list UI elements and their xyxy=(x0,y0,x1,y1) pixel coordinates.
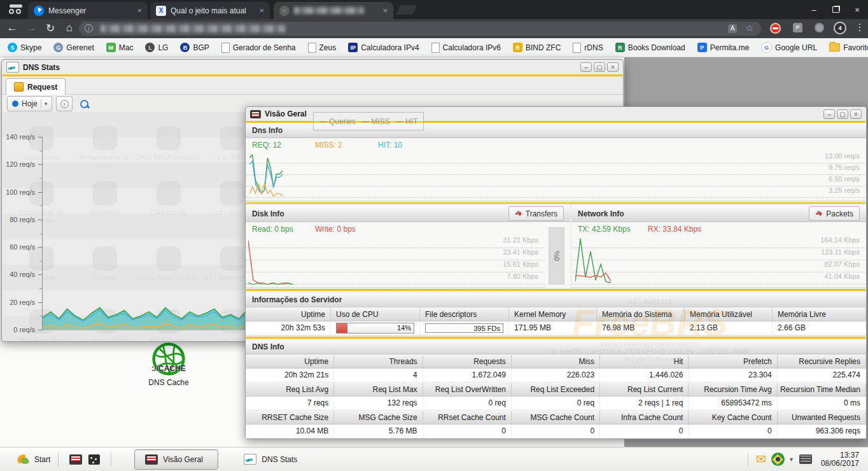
bookmark-bgp[interactable]: BBGP xyxy=(180,43,209,52)
bookmark-calculadora-ipv6[interactable]: Calculadora IPv6 xyxy=(431,43,501,53)
miss-stat: MISS: 2 xyxy=(315,141,378,150)
quicklaunch-app-icon[interactable] xyxy=(88,454,100,465)
counter-badge-icon[interactable]: 4 xyxy=(834,22,846,34)
pdf-extension-icon[interactable]: P xyxy=(793,23,802,32)
tab-close-icon[interactable]: × xyxy=(259,6,264,15)
quicklaunch-monitor-icon[interactable] xyxy=(69,454,82,465)
minimize-button[interactable]: – xyxy=(580,62,592,72)
bookmark-label: Calculadora IPv4 xyxy=(361,43,419,52)
dns-table-section-header: DNS Info xyxy=(246,340,866,355)
bookmark-gerador-de-senha[interactable]: Gerador de Senha xyxy=(221,43,296,53)
dns-table-cell: Miss xyxy=(512,355,600,368)
home-icon[interactable]: ⌂ xyxy=(62,22,76,34)
bookmark-gerenet[interactable]: GGerenet xyxy=(53,43,94,52)
taskbar: Start Visão Geral DNS Stats ✉ ▾ 13:37 08… xyxy=(0,447,868,471)
dns-table-cell: Uptime xyxy=(246,355,334,368)
bookmark-zeus[interactable]: Zeus xyxy=(308,43,337,53)
bookmark-calculadora-ipv4[interactable]: IPCalculadora IPv4 xyxy=(348,43,419,52)
dns-stats-tabbar: Request xyxy=(2,76,623,94)
app-desktop: ://CACHE DNS Cache DNS Stats – ▢ × Reque… xyxy=(0,57,868,447)
bookmark-rdns[interactable]: rDNS xyxy=(573,43,603,53)
monitor-window-icon xyxy=(250,110,261,118)
y-axis-label: 140 req/s xyxy=(2,133,35,141)
bookmark-label: BGP xyxy=(193,43,209,52)
dns-table-value-row: 20h 32m 21s41.672.049226.0231.446.02623.… xyxy=(246,369,866,383)
tray-caret-icon[interactable]: ▾ xyxy=(790,456,793,463)
adblock-icon[interactable] xyxy=(770,23,781,34)
dns-stats-titlebar[interactable]: DNS Stats – ▢ × xyxy=(2,60,623,74)
dns-info-table: UptimeThreadsRequestsMissHitPrefetchRecu… xyxy=(246,355,866,439)
dns-table-cell: Req List OverWritten xyxy=(423,383,512,396)
page-info-icon[interactable]: i xyxy=(85,24,93,32)
bookmark-label: Favoritos xyxy=(843,43,868,52)
bookmark-mac[interactable]: MMac xyxy=(106,43,134,52)
favicon: P xyxy=(697,43,707,52)
bookmark-lg[interactable]: LLG xyxy=(145,43,168,52)
clock: 13:37 08/06/2017 xyxy=(821,451,859,468)
chart-icon xyxy=(244,454,256,465)
bookmark-google-url[interactable]: GGoogle URL xyxy=(761,42,817,53)
task-label: DNS Stats xyxy=(262,455,297,464)
bookmark-star-icon[interactable]: ☆ xyxy=(745,23,753,33)
refresh-button[interactable]: › xyxy=(56,96,73,111)
mail-tray-icon[interactable]: ✉ xyxy=(756,452,766,467)
bookmark-label: BIND ZFC xyxy=(526,43,561,52)
file-descriptors-cell: 395 FDs xyxy=(420,321,509,335)
period-dropdown[interactable]: Hoje ▾ xyxy=(7,96,52,111)
dns-table-cell: Key Cache Count xyxy=(689,411,777,424)
dns-table-cell: 226.023 xyxy=(512,369,600,382)
browser-menu-icon[interactable]: ⋮ xyxy=(853,22,867,33)
bookmark-books-download[interactable]: BBooks Download xyxy=(615,43,685,52)
tab-messenger[interactable]: Messenger × xyxy=(28,2,148,19)
task-dns-stats[interactable]: DNS Stats xyxy=(234,449,307,470)
forward-icon[interactable]: → xyxy=(24,22,38,34)
column-header: Uso de CPU xyxy=(331,308,420,321)
browser-minimize-button[interactable]: – xyxy=(803,0,825,19)
transfers-button[interactable]: Transfers xyxy=(508,206,564,221)
bookmark-skype[interactable]: SSkype xyxy=(8,43,41,52)
reload-icon[interactable]: ↻ xyxy=(43,22,57,35)
system-tray: ✉ ▾ 13:37 08/06/2017 xyxy=(740,451,868,468)
globe-extension-icon[interactable] xyxy=(815,23,824,32)
column-header: Uptime xyxy=(246,308,331,321)
favicon: M xyxy=(106,43,116,52)
url-bar[interactable]: i A ☆ xyxy=(79,22,761,36)
disk-info-body: Read: 0 bps Write: 0 bps 31.21 Kbps23.41… xyxy=(246,222,570,288)
tab-close-icon[interactable]: × xyxy=(382,6,388,15)
browser-close-button[interactable]: × xyxy=(846,0,868,19)
bookmark-favoritos[interactable]: Favoritos xyxy=(829,43,868,52)
close-button[interactable]: × xyxy=(850,109,862,119)
dns-table-header-row: RRSET Cache SizeMSG Cache SizeRRset Cach… xyxy=(246,411,866,425)
dns-cache-label: DNS Cache xyxy=(135,378,202,387)
bookmark-permita-me[interactable]: PPermita.me xyxy=(697,43,749,52)
maximize-button[interactable]: ▢ xyxy=(594,62,605,72)
packets-button[interactable]: Packets xyxy=(809,206,860,221)
task-visao-geral[interactable]: Visão Geral xyxy=(134,449,218,470)
maximize-button[interactable]: ▢ xyxy=(837,109,848,119)
magnifier-icon xyxy=(80,100,88,108)
translate-icon[interactable]: A xyxy=(728,24,737,33)
bookmark-bind-zfc[interactable]: BBIND ZFC xyxy=(513,43,561,52)
write-stat: Write: 0 bps xyxy=(315,225,378,234)
new-tab-button[interactable] xyxy=(396,5,417,15)
browser-restore-button[interactable] xyxy=(825,0,846,19)
back-icon[interactable]: ← xyxy=(5,22,19,34)
desktop-icon-dns-cache[interactable]: ://CACHE DNS Cache xyxy=(135,342,202,387)
zoom-button[interactable] xyxy=(76,97,92,111)
tab-request[interactable]: Request xyxy=(6,78,66,95)
start-button[interactable]: Start xyxy=(17,454,50,465)
favicon: B xyxy=(180,43,190,52)
close-button[interactable]: × xyxy=(607,62,619,72)
minimize-button[interactable]: – xyxy=(823,109,835,119)
visao-titlebar[interactable]: Visão Geral – ▢ × xyxy=(246,107,866,121)
axis-label-row: 123.11 Kbps xyxy=(571,248,866,260)
tab-redacted[interactable]: ○ × xyxy=(274,2,393,19)
dns-table-cell: 20h 32m 21s xyxy=(246,369,334,382)
keyboard-tray-icon[interactable] xyxy=(799,454,812,464)
bookmark-label: Skype xyxy=(20,43,41,52)
dns-info-section-header: Dns Info xyxy=(246,123,866,137)
tab-close-icon[interactable]: × xyxy=(137,6,142,15)
brazil-flag-icon[interactable] xyxy=(771,453,785,466)
dns-table-cell: RRset Cache Count xyxy=(423,411,512,424)
tab-qual-o-jeito[interactable]: X Qual o jeito mais atual para × xyxy=(150,2,270,19)
